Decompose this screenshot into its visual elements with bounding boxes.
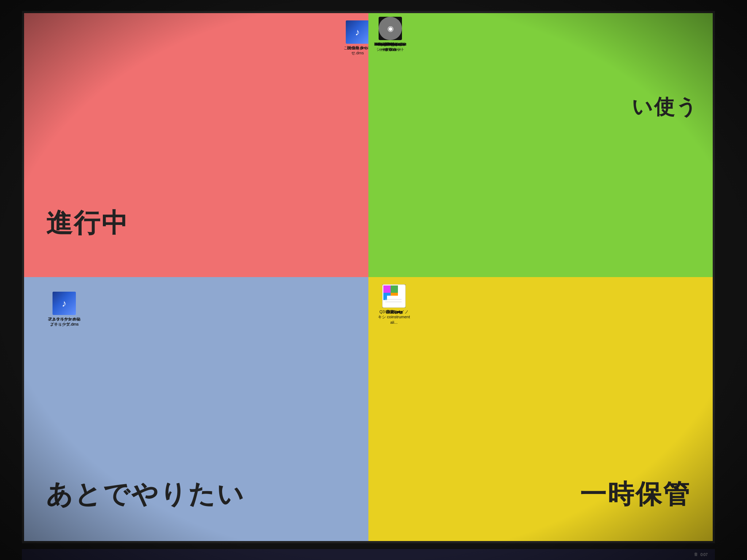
q3-big-label: あとでやりたい	[46, 477, 245, 512]
svg-rect-17	[383, 285, 391, 293]
konomichiwo-icon	[346, 20, 368, 44]
icon-konomichiwo[interactable]: この道を歩く幸せ.dms	[339, 20, 368, 56]
q4-big-label: 一時保管	[580, 477, 691, 512]
coloring-icon-img	[382, 284, 406, 308]
quadrant-use: D DomIno.exe - ショートカット Studio One 3 TREE…	[368, 13, 713, 277]
q1-big-label: 進行中	[46, 206, 129, 241]
taskbar: 音 0:07	[22, 549, 715, 560]
nostal-icon	[53, 292, 76, 315]
icon-nostal[interactable]: ノスタルサーチップチューブ.dms	[46, 292, 82, 327]
taskbar-time: 0:07	[701, 553, 708, 557]
icon-sound[interactable]: ◉ SoundEngine Free	[372, 17, 409, 52]
sound-label: SoundEngine Free	[374, 42, 407, 52]
coloring-label: Q3 - ハタメイノキシ coinstrumentali...	[378, 309, 410, 325]
svg-rect-18	[391, 285, 398, 293]
icon-coloring[interactable]: Q3 - ハタメイノキシ coinstrumentali...	[376, 284, 412, 325]
konomichiwo-label: この道を歩く幸せ.dms	[341, 45, 368, 56]
sound-icon-img: ◉	[379, 17, 402, 40]
taskbar-audio: 音	[694, 552, 698, 557]
quadrant-later: 花よりり少女.dms アルテリーレの花よりり少女.dms ノスタルサーチップチュ…	[24, 277, 368, 541]
quadrant-in-progress: 誕生日.dms Beside.dms この道を歩く幸せ.dms 進行中	[24, 13, 368, 277]
q2-big-label: い使う	[632, 93, 698, 121]
svg-rect-21	[387, 296, 401, 307]
quadrant-temp: IMG 音楽.jpg P 音楽.pptx TXT tokutiipng IMG …	[368, 277, 713, 541]
nostal-label: ノスタルサーチップチューブ.dms	[48, 316, 81, 327]
